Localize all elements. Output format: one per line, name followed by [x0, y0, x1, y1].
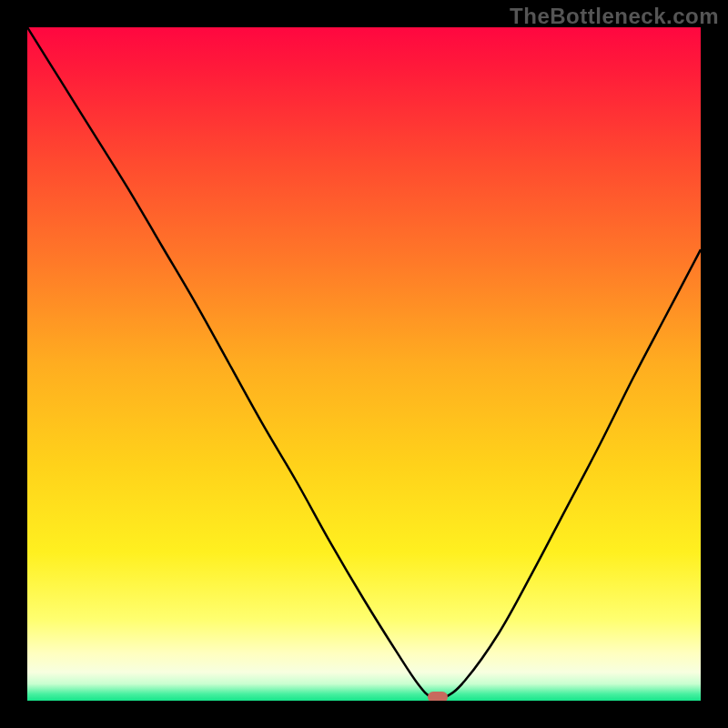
curve-layer	[27, 27, 701, 701]
minimum-marker	[428, 692, 448, 701]
bottleneck-curve	[27, 27, 701, 700]
plot-area	[27, 27, 701, 701]
chart-frame: TheBottleneck.com	[0, 0, 728, 728]
watermark-text: TheBottleneck.com	[510, 4, 719, 29]
